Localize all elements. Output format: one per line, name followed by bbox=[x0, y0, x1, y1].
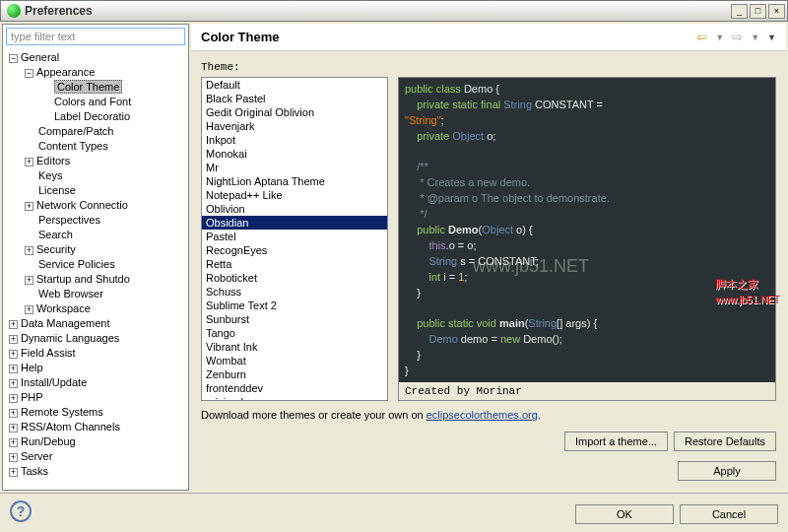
theme-label: Theme: bbox=[201, 61, 776, 73]
tree-item[interactable]: +Field Assist bbox=[5, 346, 186, 361]
dropdown-icon[interactable]: ▼ bbox=[751, 33, 759, 42]
nav-forward-icon[interactable]: ⇨ bbox=[732, 30, 743, 44]
tree-toggle-icon[interactable]: + bbox=[25, 158, 33, 166]
theme-list-item[interactable]: Default bbox=[202, 78, 387, 92]
download-link-text: Download more themes or create your own … bbox=[201, 409, 776, 422]
tree-item[interactable]: +Remote Systems bbox=[5, 405, 186, 420]
tree-item[interactable]: +Editors bbox=[5, 154, 186, 168]
tree-toggle-icon[interactable]: + bbox=[9, 409, 18, 418]
cancel-button[interactable]: Cancel bbox=[680, 504, 778, 524]
tree-toggle-icon[interactable]: + bbox=[9, 350, 18, 359]
tree-item[interactable]: +RSS/Atom Channels bbox=[5, 420, 186, 434]
close-button[interactable]: × bbox=[768, 4, 785, 19]
tree-item[interactable]: +Startup and Shutdo bbox=[5, 272, 186, 287]
filter-input[interactable]: type filter text bbox=[6, 28, 185, 45]
tree-item[interactable]: −General bbox=[5, 50, 186, 65]
tree-toggle-icon[interactable]: + bbox=[9, 335, 18, 344]
tree-item[interactable]: Content Types bbox=[5, 139, 186, 154]
tree-toggle-icon[interactable]: + bbox=[25, 202, 33, 211]
code-preview: public class Demo { private static final… bbox=[399, 78, 775, 382]
theme-list-item[interactable]: NightLion Aptana Theme bbox=[202, 174, 387, 188]
maximize-button[interactable]: □ bbox=[750, 4, 766, 19]
tree-item[interactable]: +Network Connectio bbox=[5, 198, 186, 213]
theme-credit: Created by Morinar bbox=[399, 382, 775, 400]
preferences-tree[interactable]: −General−AppearanceColor ThemeColors and… bbox=[3, 48, 188, 490]
tree-toggle-icon[interactable]: − bbox=[9, 54, 18, 63]
tree-item[interactable]: +Security bbox=[5, 242, 186, 257]
theme-list-item[interactable]: Pastel bbox=[202, 230, 387, 243]
tree-item[interactable]: +Server bbox=[5, 449, 186, 464]
tree-item[interactable]: +Dynamic Languages bbox=[5, 331, 186, 346]
tree-toggle-icon[interactable]: + bbox=[25, 276, 33, 285]
tree-item[interactable]: Colors and Font bbox=[5, 95, 186, 109]
tree-toggle-icon[interactable]: + bbox=[9, 379, 18, 388]
theme-list-item[interactable]: minimal bbox=[202, 395, 387, 401]
theme-list-item[interactable]: Retta bbox=[202, 257, 387, 271]
tree-item[interactable]: +Workspace bbox=[5, 301, 186, 316]
ok-button[interactable]: OK bbox=[575, 504, 674, 524]
tree-toggle-icon[interactable]: + bbox=[9, 320, 18, 329]
theme-list-item[interactable]: Havenjark bbox=[202, 119, 387, 133]
tree-toggle-icon[interactable]: + bbox=[9, 468, 18, 477]
menu-icon[interactable]: ▼ bbox=[767, 33, 776, 42]
tree-toggle-icon[interactable]: + bbox=[9, 424, 18, 432]
tree-item[interactable]: Search bbox=[5, 228, 186, 242]
themes-website-link[interactable]: eclipsecolorthemes.org bbox=[427, 409, 538, 421]
tree-item[interactable]: License bbox=[5, 183, 186, 198]
theme-list-item[interactable]: Inkpot bbox=[202, 133, 387, 147]
theme-list[interactable]: DefaultBlack PastelGedit Original Oblivi… bbox=[201, 77, 388, 401]
tree-toggle-icon[interactable]: + bbox=[25, 305, 33, 314]
minimize-button[interactable]: _ bbox=[731, 4, 748, 19]
theme-preview: public class Demo { private static final… bbox=[398, 77, 776, 401]
tree-toggle-icon[interactable]: + bbox=[9, 394, 18, 403]
theme-list-item[interactable]: Sunburst bbox=[202, 312, 387, 326]
tree-item[interactable]: Web Browser bbox=[5, 287, 186, 301]
theme-list-item[interactable]: Gedit Original Oblivion bbox=[202, 105, 387, 119]
tree-item[interactable]: Keys bbox=[5, 168, 186, 183]
window-titlebar: Preferences _ □ × bbox=[0, 0, 788, 22]
tree-item[interactable]: +Run/Debug bbox=[5, 434, 186, 449]
theme-list-item[interactable]: Sublime Text 2 bbox=[202, 299, 387, 312]
preferences-tree-panel: type filter text −General−AppearanceColo… bbox=[2, 24, 189, 491]
apply-button[interactable]: Apply bbox=[678, 461, 776, 481]
page-title: Color Theme bbox=[201, 30, 279, 44]
tree-toggle-icon[interactable]: + bbox=[25, 246, 33, 255]
restore-defaults-button[interactable]: Restore Defaults bbox=[674, 432, 776, 451]
import-theme-button[interactable]: Import a theme... bbox=[564, 432, 668, 451]
theme-list-item[interactable]: RecognEyes bbox=[202, 243, 387, 257]
theme-list-item[interactable]: Monokai bbox=[202, 147, 387, 161]
tree-item[interactable]: +PHP bbox=[5, 390, 186, 405]
dropdown-icon[interactable]: ▼ bbox=[715, 33, 724, 42]
tree-item[interactable]: +Tasks bbox=[5, 464, 186, 479]
theme-list-item[interactable]: Black Pastel bbox=[202, 92, 387, 105]
theme-list-item[interactable]: Mr bbox=[202, 161, 387, 174]
tree-item[interactable]: +Help bbox=[5, 361, 186, 375]
theme-list-item[interactable]: Zenburn bbox=[202, 367, 387, 381]
tree-item[interactable]: Service Policies bbox=[5, 257, 186, 272]
theme-list-item[interactable]: Wombat bbox=[202, 354, 387, 367]
theme-list-item[interactable]: Vibrant Ink bbox=[202, 340, 387, 354]
tree-item[interactable]: +Data Management bbox=[5, 316, 186, 331]
theme-list-item[interactable]: Oblivion bbox=[202, 202, 387, 216]
tree-item[interactable]: Perspectives bbox=[5, 213, 186, 228]
tree-toggle-icon[interactable]: + bbox=[9, 438, 18, 447]
theme-list-item[interactable]: Obsidian bbox=[202, 216, 387, 230]
theme-list-item[interactable]: frontenddev bbox=[202, 381, 387, 395]
tree-toggle-icon[interactable]: + bbox=[9, 365, 18, 373]
tree-item[interactable]: Label Decoratio bbox=[5, 109, 186, 124]
tree-toggle-icon[interactable]: − bbox=[25, 69, 33, 78]
tree-item[interactable]: +Install/Update bbox=[5, 375, 186, 390]
page-header: Color Theme ⇦ ▼ ⇨ ▼ ▼ bbox=[191, 24, 786, 51]
tree-item[interactable]: −Appearance bbox=[5, 65, 186, 80]
dialog-footer: ? OK Cancel bbox=[0, 493, 788, 528]
window-title: Preferences bbox=[25, 4, 93, 18]
tree-item[interactable]: Compare/Patch bbox=[5, 124, 186, 139]
theme-list-item[interactable]: Notepad++ Like bbox=[202, 188, 387, 202]
help-icon[interactable]: ? bbox=[10, 500, 32, 522]
theme-list-item[interactable]: Schuss bbox=[202, 285, 387, 299]
tree-toggle-icon[interactable]: + bbox=[9, 453, 18, 462]
theme-list-item[interactable]: Roboticket bbox=[202, 271, 387, 285]
theme-list-item[interactable]: Tango bbox=[202, 326, 387, 340]
nav-back-icon[interactable]: ⇦ bbox=[696, 30, 707, 44]
tree-item[interactable]: Color Theme bbox=[5, 80, 186, 95]
